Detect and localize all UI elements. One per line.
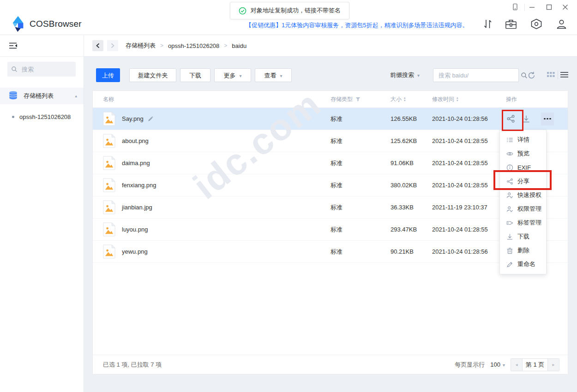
object-table: 名称 存储类型 大小 ▴▾ 修改时间 ▴▾ 操作 Say.png标准126.55… (92, 90, 568, 374)
list-view-icon[interactable] (559, 70, 569, 79)
menu-item[interactable]: 权限管理 (500, 202, 546, 216)
file-name[interactable]: about.png (122, 137, 149, 144)
eye-icon (506, 150, 513, 157)
download-icon[interactable] (522, 114, 531, 124)
close-icon[interactable] (560, 2, 570, 12)
breadcrumb-item-bucket[interactable]: opssh-1251026208 (168, 42, 219, 49)
prefix-search-dropdown[interactable]: 前缀搜索▾ (390, 68, 420, 82)
column-size[interactable]: 大小 ▴▾ (391, 91, 430, 107)
breadcrumb-item-folder[interactable]: baidu (232, 42, 246, 49)
minimize-icon[interactable] (527, 2, 536, 12)
menu-item-label: 重命名 (517, 260, 535, 268)
more-dropdown-button[interactable]: 更多▾ (214, 68, 251, 82)
file-name[interactable]: daima.png (122, 160, 150, 166)
toolbox-icon[interactable] (505, 18, 517, 30)
file-name[interactable]: jianbian.jpg (122, 204, 152, 211)
file-name[interactable]: yewu.png (122, 248, 148, 255)
next-page-button[interactable]: ▸ (548, 359, 559, 371)
image-file-icon (103, 156, 115, 170)
menu-item[interactable]: EXIF (500, 160, 546, 174)
menu-item-label: 标签管理 (517, 219, 541, 227)
trash-icon (506, 247, 513, 254)
breadcrumb: 存储桶列表 > opssh-1251026208 > baidu (126, 35, 246, 56)
sidebar-item-bucket[interactable]: opssh-1251026208 (0, 110, 84, 124)
menu-item[interactable]: 重命名 (500, 257, 546, 271)
sidebar-item-bucket-list[interactable]: 存储桶列表 ▴ (0, 88, 84, 104)
menu-item-label: 权限管理 (517, 205, 541, 213)
detail-list-icon (506, 137, 513, 143)
sidebar-item-label: 存储桶列表 (24, 92, 54, 100)
menu-item[interactable]: 标签管理 (500, 216, 546, 230)
menu-item[interactable]: 详情 (500, 133, 546, 147)
file-size: 125.62KB (391, 130, 430, 152)
refresh-icon[interactable] (526, 70, 536, 80)
menu-item[interactable]: 预览 (500, 147, 546, 160)
transfer-list-icon[interactable] (482, 18, 494, 30)
file-name[interactable]: fenxiang.png (122, 182, 156, 189)
chevron-up-icon[interactable]: ▴ (75, 94, 77, 98)
table-row[interactable]: fenxiang.png标准380.02KB2021-10-24 01:28:5… (93, 174, 568, 196)
table-footer: 已选 1 项, 已拉取 7 项 每页显示行 100▾ ◂ 第 1 页 ▸ (93, 355, 568, 374)
share-icon[interactable] (506, 114, 515, 124)
more-actions-button[interactable] (541, 113, 554, 125)
user-check-icon (506, 192, 513, 199)
storage-class: 标准 (331, 108, 386, 130)
chevron-right-icon: > (224, 42, 227, 49)
rows-per-page-label: 每页显示行 (455, 361, 485, 369)
file-size: 293.47KB (391, 219, 430, 240)
table-row[interactable]: about.png标准125.62KB2021-10-24 01:28:55 (93, 130, 568, 152)
rename-pencil-icon[interactable] (147, 116, 154, 122)
object-search-input[interactable] (438, 71, 521, 79)
maximize-icon[interactable] (544, 2, 553, 12)
forward-button[interactable] (107, 40, 118, 51)
prev-page-button[interactable]: ◂ (511, 359, 522, 371)
menu-item-label: 快速授权 (517, 191, 541, 199)
modified-time: 2021-10-24 01:28:55 (432, 130, 506, 152)
modified-time: 2021-10-24 01:28:56 (432, 241, 506, 262)
menu-item[interactable]: 分享 (500, 174, 546, 188)
menu-item[interactable]: 快速授权 (500, 188, 546, 202)
promo-banner[interactable]: 【促销优惠】1元体验内容审核服务，资源包5折起，精准识别多场景违法违规内容。 (246, 21, 476, 30)
table-row[interactable]: Say.png标准126.55KB2021-10-24 01:28:56 (93, 108, 568, 130)
settings-icon[interactable] (530, 18, 542, 30)
file-name[interactable]: Say.png (122, 115, 144, 122)
current-page: 第 1 页 (522, 359, 548, 371)
storage-class: 标准 (331, 241, 386, 262)
back-button[interactable] (92, 40, 103, 51)
menu-item[interactable]: 下载 (500, 230, 546, 244)
sidebar-search-input[interactable] (21, 65, 69, 73)
sidebar-search (7, 62, 76, 77)
menu-item-label: 下载 (517, 232, 529, 241)
table-row[interactable]: jianbian.jpg标准36.33KB2021-11-19 23:10:37 (93, 196, 568, 219)
collapse-sidebar-icon[interactable] (8, 41, 18, 50)
image-file-icon (103, 200, 115, 214)
modified-time: 2021-10-24 01:28:55 (432, 219, 506, 240)
file-name[interactable]: luyou.png (122, 226, 148, 233)
search-icon (11, 66, 18, 72)
upload-button[interactable]: 上传 (96, 68, 120, 82)
new-folder-button[interactable]: 新建文件夹 (129, 68, 176, 82)
filter-icon[interactable] (355, 97, 361, 102)
rows-per-page-dropdown[interactable]: 100▾ (490, 361, 505, 368)
breadcrumb-item-bucket-list[interactable]: 存储桶列表 (126, 42, 156, 50)
image-file-icon (103, 244, 115, 259)
database-icon (8, 91, 18, 101)
mobile-icon[interactable] (511, 2, 520, 12)
sidebar-collapse-row (0, 35, 84, 57)
account-icon[interactable] (555, 18, 567, 30)
storage-class: 标准 (331, 174, 386, 196)
column-modified[interactable]: 修改时间 ▴▾ (432, 91, 506, 107)
sort-icon[interactable]: ▴▾ (404, 96, 406, 102)
menu-item[interactable]: 删除 (500, 244, 546, 257)
menu-item-label: 删除 (517, 246, 529, 255)
modified-time: 2021-10-24 01:28:56 (432, 108, 506, 130)
grid-view-icon[interactable] (546, 70, 555, 79)
table-row[interactable]: yewu.png标准90.21KB2021-10-24 01:28:56 (93, 241, 568, 263)
download-button[interactable]: 下载 (180, 68, 210, 82)
table-row[interactable]: luyou.png标准293.47KB2021-10-24 01:28:55 (93, 219, 568, 241)
menu-item-label: 详情 (517, 136, 529, 144)
sort-icon[interactable]: ▴▾ (457, 96, 458, 102)
column-storage-class[interactable]: 存储类型 (331, 91, 386, 107)
view-dropdown-button[interactable]: 查看▾ (255, 68, 292, 82)
table-row[interactable]: daima.png标准91.06KB2021-10-24 01:28:55 (93, 152, 568, 174)
